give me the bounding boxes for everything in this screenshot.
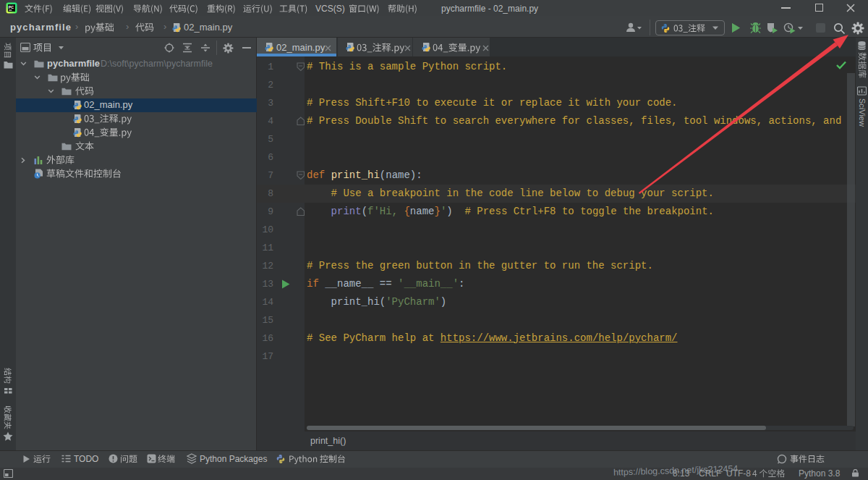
svg-text:PC: PC	[9, 5, 14, 9]
